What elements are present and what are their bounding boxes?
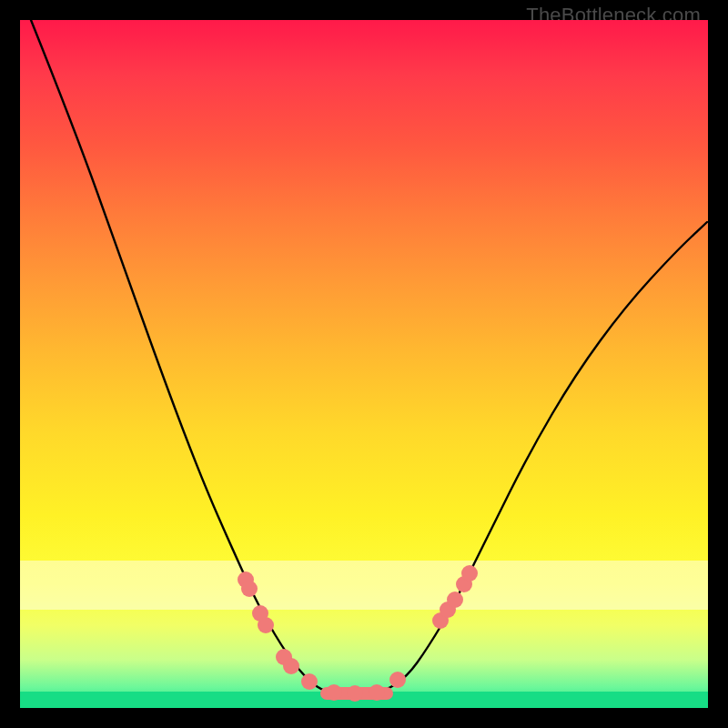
highlight-dot (326, 684, 342, 701)
bottleneck-curve (31, 20, 707, 693)
chart-svg (20, 20, 708, 708)
highlight-dot (461, 565, 478, 581)
highlight-dot (241, 581, 258, 597)
highlight-dot (258, 617, 274, 633)
highlight-dot (369, 684, 385, 701)
highlight-dot (389, 672, 406, 688)
highlight-dot (283, 658, 299, 674)
highlight-dot (301, 673, 318, 690)
highlight-dot (447, 592, 463, 608)
highlight-dot (347, 685, 363, 702)
